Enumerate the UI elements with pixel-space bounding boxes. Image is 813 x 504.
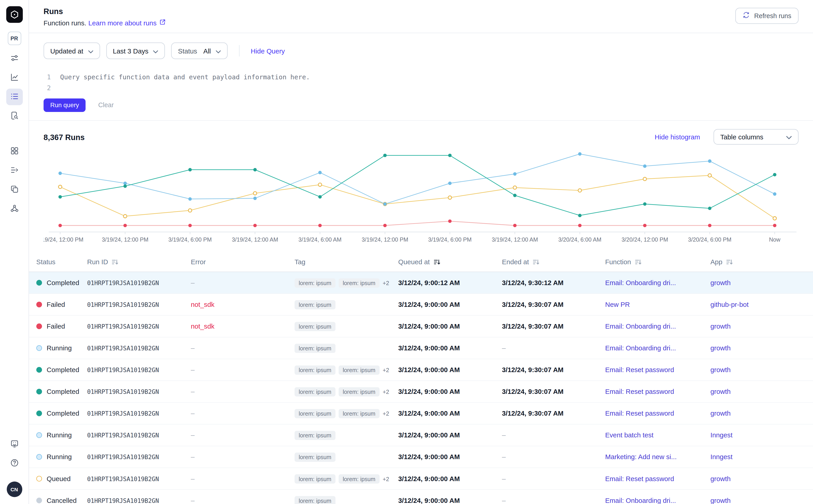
tags-overflow-count: +2 xyxy=(383,476,389,482)
function-link[interactable]: Email: Onboarding dri... xyxy=(605,322,710,330)
inngest-logo-icon[interactable] xyxy=(6,6,22,23)
app-link[interactable]: growth xyxy=(710,366,813,374)
table-header-row: StatusRun ID ErrorTagQueued at Ended at … xyxy=(29,252,813,272)
app-link[interactable]: growth xyxy=(710,497,813,504)
query-line: 2 xyxy=(44,82,798,93)
table-row[interactable]: Running01HRPT19RJSA1019B2GN–lorem: ipsum… xyxy=(29,337,813,359)
sidebar-item-runs[interactable] xyxy=(6,89,22,105)
tag-pill: lorem: ipsum xyxy=(338,474,379,483)
app-cell: growth xyxy=(710,497,813,504)
sidebar-item-support[interactable] xyxy=(6,436,22,453)
app-cell: growth xyxy=(710,388,813,395)
tag-pill: lorem: ipsum xyxy=(294,474,335,483)
status-label: Completed xyxy=(47,279,79,287)
function-link[interactable]: Email: Reset password xyxy=(605,388,710,395)
app-link[interactable]: Inngest xyxy=(710,453,813,461)
column-header-queued-at[interactable]: Queued at xyxy=(398,258,502,266)
sort-icon[interactable] xyxy=(635,259,641,265)
app-link[interactable]: Inngest xyxy=(710,431,813,439)
function-link[interactable]: Marketing: Add new si... xyxy=(605,453,710,461)
run-id: 01HRPT19RJSA1019B2GN xyxy=(87,410,191,417)
app-link[interactable]: growth xyxy=(710,409,813,417)
status-filter-dropdown[interactable]: All xyxy=(201,47,227,55)
app-link[interactable]: github-pr-bot xyxy=(710,301,813,308)
column-header-function[interactable]: Function xyxy=(605,258,710,266)
sidebar-item-help[interactable] xyxy=(6,455,22,472)
sidebar-item-functions[interactable] xyxy=(6,162,22,179)
table-row[interactable]: Completed01HRPT19RJSA1019B2GN–lorem: ips… xyxy=(29,359,813,381)
app-link[interactable]: growth xyxy=(710,344,813,352)
hide-query-link[interactable]: Hide Query xyxy=(251,47,285,55)
sidebar-item-filters[interactable] xyxy=(6,50,22,67)
table-row[interactable]: Running01HRPT19RJSA1019B2GN–lorem: ipsum… xyxy=(29,424,813,446)
hide-histogram-link[interactable]: Hide histogram xyxy=(655,133,700,141)
sidebar-item-docs[interactable] xyxy=(6,182,22,198)
sidebar-item-event-search[interactable] xyxy=(6,108,22,124)
status-filter-value: All xyxy=(203,47,211,55)
table-row[interactable]: Failed01HRPT19RJSA1019B2GNnot_sdklorem: … xyxy=(29,316,813,337)
table-row[interactable]: Completed01HRPT19RJSA1019B2GN–lorem: ips… xyxy=(29,381,813,403)
tags-cell: lorem: ipsumlorem: ipsum+2 xyxy=(294,474,398,483)
column-header-tag: Tag xyxy=(294,258,398,266)
column-header-run-id[interactable]: Run ID xyxy=(87,258,191,266)
column-label: Function xyxy=(605,258,631,266)
table-row[interactable]: Failed01HRPT19RJSA1019B2GNnot_sdklorem: … xyxy=(29,294,813,316)
status-failed-icon xyxy=(36,302,42,307)
function-link[interactable]: Email: Onboarding dri... xyxy=(605,344,710,352)
run-query-button[interactable]: Run query xyxy=(44,99,86,112)
function-link[interactable]: Event batch test xyxy=(605,431,710,439)
table-row[interactable]: Running01HRPT19RJSA1019B2GN–lorem: ipsum… xyxy=(29,446,813,468)
query-editor[interactable]: 1 Query specific function data and event… xyxy=(29,63,813,93)
status-cell: Running xyxy=(36,344,87,352)
table-row[interactable]: Cancelled01HRPT19RJSA1019B2GN–lorem: ips… xyxy=(29,490,813,504)
timerange-dropdown[interactable]: Last 3 Days xyxy=(106,43,165,59)
tag-pill: lorem: ipsum xyxy=(294,300,335,309)
status-label: Queued xyxy=(47,475,71,482)
function-cell: Email: Reset password xyxy=(605,366,710,374)
sidebar-item-webhooks[interactable] xyxy=(6,201,22,217)
svg-text:3/19/24, 6:00 PM: 3/19/24, 6:00 PM xyxy=(168,236,212,243)
clear-query-button[interactable]: Clear xyxy=(95,101,117,109)
table-row[interactable]: Queued01HRPT19RJSA1019B2GN–lorem: ipsuml… xyxy=(29,468,813,490)
timefield-dropdown[interactable]: Updated at xyxy=(44,43,100,59)
sidebar-item-metrics[interactable] xyxy=(6,69,22,86)
sort-icon[interactable] xyxy=(726,259,733,265)
user-avatar[interactable]: CN xyxy=(7,482,22,497)
refresh-runs-button[interactable]: Refresh runs xyxy=(735,8,798,24)
function-cell: Marketing: Add new si... xyxy=(605,453,710,461)
run-id: 01HRPT19RJSA1019B2GN xyxy=(87,453,191,460)
app-link[interactable]: growth xyxy=(710,388,813,395)
sort-icon[interactable] xyxy=(112,259,119,265)
status-cell: Failed xyxy=(36,322,87,330)
status-running-icon xyxy=(36,432,42,438)
status-cell: Completed xyxy=(36,279,87,287)
table-row[interactable]: Completed01HRPT19RJSA1019B2GN–lorem: ips… xyxy=(29,272,813,294)
column-header-app[interactable]: App xyxy=(710,258,813,266)
error-cell: not_sdk xyxy=(191,301,294,308)
app-link[interactable]: growth xyxy=(710,279,813,287)
sidebar-item-apps[interactable] xyxy=(6,143,22,160)
function-link[interactable]: Email: Reset password xyxy=(605,366,710,374)
tag-pill: lorem: ipsum xyxy=(294,322,335,331)
function-link[interactable]: Email: Onboarding dri... xyxy=(605,279,710,287)
ended-at-cell: – xyxy=(502,431,605,439)
table-columns-dropdown[interactable]: Table columns xyxy=(714,129,798,145)
function-link[interactable]: New PR xyxy=(605,301,710,308)
function-cell: Email: Onboarding dri... xyxy=(605,344,710,352)
app-link[interactable]: growth xyxy=(710,322,813,330)
function-link[interactable]: Email: Reset password xyxy=(605,475,710,482)
workspace-badge[interactable]: PR xyxy=(7,32,21,45)
column-header-ended-at[interactable]: Ended at xyxy=(502,258,605,266)
sort-icon[interactable] xyxy=(533,259,539,265)
function-cell: Email: Onboarding dri... xyxy=(605,279,710,287)
app-link[interactable]: growth xyxy=(710,475,813,482)
tags-overflow-count: +2 xyxy=(383,410,389,416)
table-row[interactable]: Completed01HRPT19RJSA1019B2GN–lorem: ips… xyxy=(29,403,813,424)
learn-more-link[interactable]: Learn more about runs xyxy=(88,19,166,27)
function-link[interactable]: Email: Reset password xyxy=(605,409,710,417)
sort-icon[interactable] xyxy=(433,259,440,265)
tags-cell: lorem: ipsum xyxy=(294,431,398,440)
queued-at-cell: 3/12/24, 9:00:00 AM xyxy=(398,431,502,439)
function-link[interactable]: Email: Onboarding dri... xyxy=(605,497,710,504)
status-label: Completed xyxy=(47,388,79,395)
